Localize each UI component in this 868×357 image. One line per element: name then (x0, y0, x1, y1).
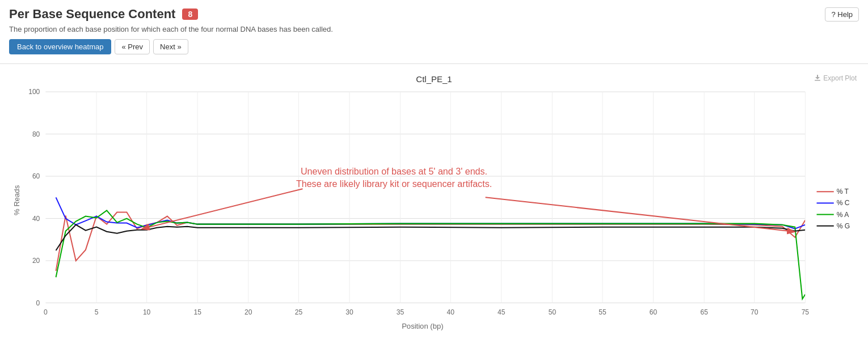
svg-text:% Reads: % Reads (12, 185, 21, 215)
annotation-arrow-left (143, 189, 303, 228)
svg-text:20: 20 (32, 257, 40, 265)
svg-text:45: 45 (498, 308, 505, 316)
svg-text:70: 70 (751, 308, 759, 316)
svg-text:30: 30 (345, 308, 353, 316)
help-button[interactable]: ? Help (825, 7, 859, 22)
svg-text:20: 20 (245, 308, 252, 316)
prev-button[interactable]: « Prev (115, 39, 150, 54)
overview-heatmap-button[interactable]: Back to overview heatmap (9, 39, 111, 54)
export-plot-button[interactable]: Export Plot (814, 74, 857, 82)
status-badge: 8 (182, 8, 198, 20)
svg-text:50: 50 (549, 308, 557, 316)
svg-text:80: 80 (32, 130, 40, 138)
annotation-arrow-right (486, 197, 794, 231)
svg-text:40: 40 (32, 215, 40, 223)
page-title: Per Base Sequence Content (9, 7, 175, 22)
svg-text:10: 10 (143, 308, 151, 316)
chart-container: Ctl_PE_1 Export Plot 0 (0, 69, 868, 357)
chart-area: 0 20 40 60 80 100 % Reads 0 5 10 15 20 2… (11, 86, 857, 343)
svg-text:0: 0 (36, 299, 40, 307)
svg-rect-1 (45, 92, 805, 303)
svg-text:55: 55 (599, 308, 606, 316)
subtitle: The proportion of each base position for… (9, 25, 859, 33)
svg-rect-0 (815, 80, 820, 81)
g-line (56, 225, 806, 250)
svg-text:15: 15 (193, 308, 201, 316)
legend-c: % C (837, 199, 850, 207)
svg-text:60: 60 (650, 308, 658, 316)
next-button[interactable]: Next » (153, 39, 188, 54)
annotation-line2: These are likely library kit or sequence… (296, 178, 492, 189)
divider (0, 63, 868, 64)
svg-text:65: 65 (700, 308, 708, 316)
svg-text:60: 60 (32, 172, 40, 180)
svg-text:Position (bp): Position (bp) (402, 322, 443, 330)
legend-g: % G (837, 222, 850, 230)
chart-title: Ctl_PE_1 (11, 74, 857, 84)
svg-text:0: 0 (44, 308, 48, 316)
legend-t: % T (837, 188, 849, 196)
annotation-line1: Uneven distribution of bases at 5' and 3… (301, 166, 487, 176)
svg-text:25: 25 (295, 308, 303, 316)
svg-text:75: 75 (802, 308, 810, 316)
svg-text:5: 5 (95, 308, 99, 316)
download-icon (814, 75, 821, 82)
svg-text:100: 100 (28, 88, 40, 96)
legend-a: % A (837, 211, 849, 219)
svg-text:40: 40 (446, 308, 454, 316)
a-line (56, 210, 806, 299)
chart-svg: 0 20 40 60 80 100 % Reads 0 5 10 15 20 2… (11, 86, 857, 343)
svg-text:35: 35 (397, 308, 404, 316)
